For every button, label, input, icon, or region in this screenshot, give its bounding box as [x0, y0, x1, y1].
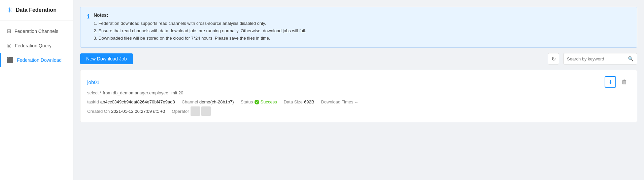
- operator-avatar-2: [201, 106, 211, 116]
- sidebar: ✳ Data Federation ⊞ Federation Channels …: [0, 0, 73, 180]
- operator-avatar: [191, 106, 200, 116]
- sidebar-nav: ⊞ Federation Channels ◎ Federation Query…: [0, 20, 73, 71]
- channels-icon: ⊞: [7, 28, 11, 34]
- operator-label: Operator: [172, 109, 189, 114]
- data-size-value: 692B: [304, 99, 314, 104]
- channel-value: demo(ch-28b1b7): [199, 99, 234, 104]
- delete-job-button[interactable]: 🗑: [619, 76, 630, 88]
- sidebar-item-label: Federation Query: [15, 43, 52, 48]
- search-icon: 🔍: [628, 56, 634, 61]
- notes-item-2: 2. Ensure that read channels with data d…: [94, 27, 306, 35]
- app-title: Data Federation: [16, 7, 57, 13]
- status-badge: Success: [255, 99, 277, 104]
- refresh-button[interactable]: ↻: [548, 53, 559, 64]
- job-name[interactable]: job01: [87, 79, 100, 85]
- toolbar: New Download Job ↻ 🔍: [80, 53, 637, 64]
- new-download-button[interactable]: New Download Job: [80, 53, 133, 64]
- sidebar-item-federation-channels[interactable]: ⊞ Federation Channels: [0, 24, 73, 38]
- status-text: Success: [261, 99, 277, 104]
- notes-title: Notes:: [94, 12, 306, 18]
- notes-list: 1. Federation download supports read cha…: [94, 20, 306, 42]
- query-icon: ◎: [7, 42, 11, 49]
- channel-label: Channel: [182, 99, 198, 104]
- status-label: Status: [241, 99, 253, 104]
- job-card-header: job01 ⬇ 🗑: [87, 76, 630, 88]
- job-meta-row-2: Created On 2021-01-12 06:27:09 utc +0 Op…: [87, 106, 630, 116]
- search-input[interactable]: [567, 56, 626, 61]
- trash-icon: 🗑: [621, 79, 628, 86]
- sidebar-header: ✳ Data Federation: [0, 0, 73, 20]
- download-times-label: Download Times: [321, 99, 353, 104]
- main-content: ℹ Notes: 1. Federation download supports…: [73, 0, 644, 180]
- download-times-value: --: [355, 99, 358, 104]
- created-on-label: Created On: [87, 109, 110, 114]
- download-job-button[interactable]: ⬇: [605, 76, 616, 88]
- status-dot-icon: [255, 100, 259, 104]
- sidebar-item-label: Federation Channels: [14, 29, 58, 34]
- refresh-icon: ↻: [551, 56, 556, 62]
- info-icon: ℹ: [87, 13, 90, 20]
- sidebar-item-federation-download[interactable]: ⬛ Federation Download: [0, 53, 73, 67]
- sidebar-item-label: Federation Download: [17, 57, 62, 63]
- job-meta-rows: taskId ab4cc0349cb94daf8264e70bf47e9ad8 …: [87, 99, 630, 116]
- download-icon: ⬇: [608, 79, 613, 85]
- download-nav-icon: ⬛: [7, 57, 13, 63]
- task-id-value: ab4cc0349cb94daf8264e70bf47e9ad8: [100, 99, 175, 104]
- search-box: 🔍: [563, 53, 637, 64]
- task-id-label: taskId: [87, 99, 99, 104]
- job-actions: ⬇ 🗑: [605, 76, 630, 88]
- job-query: select * from db_demomanager.employee li…: [87, 90, 630, 95]
- notes-item-3: 3. Downloaded files will be stored on th…: [94, 35, 306, 42]
- data-size-label: Data Size: [284, 99, 303, 104]
- notes-item-1: 1. Federation download supports read cha…: [94, 20, 306, 27]
- notes-content: Notes: 1. Federation download supports r…: [94, 12, 306, 42]
- created-on-value: 2021-01-12 06:27:09 utc +0: [111, 109, 165, 114]
- job-card: job01 ⬇ 🗑 select * from db_demomanager.e…: [80, 70, 637, 122]
- sidebar-item-federation-query[interactable]: ◎ Federation Query: [0, 38, 73, 53]
- asterisk-icon: ✳: [7, 6, 12, 14]
- job-meta-row-1: taskId ab4cc0349cb94daf8264e70bf47e9ad8 …: [87, 99, 630, 104]
- notes-banner: ℹ Notes: 1. Federation download supports…: [80, 7, 637, 48]
